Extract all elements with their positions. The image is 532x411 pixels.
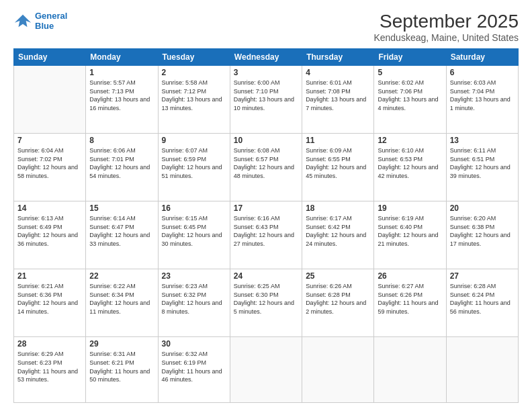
col-wednesday: Wednesday — [230, 49, 302, 66]
day-info: Sunrise: 6:28 AMSunset: 6:24 PMDaylight:… — [450, 283, 511, 315]
day-info: Sunrise: 6:13 AMSunset: 6:49 PMDaylight:… — [17, 215, 78, 247]
day-number: 27 — [450, 271, 515, 281]
title-area: September 2025 Kenduskeag, Maine, United… — [373, 11, 519, 43]
day-info: Sunrise: 6:06 AMSunset: 7:01 PMDaylight:… — [89, 147, 150, 179]
day-number: 1 — [89, 68, 154, 77]
day-info: Sunrise: 5:57 AMSunset: 7:13 PMDaylight:… — [89, 79, 150, 111]
table-row: 3 Sunrise: 6:00 AMSunset: 7:10 PMDayligh… — [230, 66, 302, 134]
day-info: Sunrise: 6:17 AMSunset: 6:42 PMDaylight:… — [306, 215, 366, 247]
table-row: 6 Sunrise: 6:03 AMSunset: 7:04 PMDayligh… — [446, 66, 518, 134]
table-row: 18 Sunrise: 6:17 AMSunset: 6:42 PMDaylig… — [302, 201, 374, 269]
table-row: 26 Sunrise: 6:27 AMSunset: 6:26 PMDaylig… — [374, 269, 446, 337]
day-info: Sunrise: 5:58 AMSunset: 7:12 PMDaylight:… — [162, 79, 222, 111]
day-number: 18 — [306, 203, 370, 213]
calendar-table: Sunday Monday Tuesday Wednesday Thursday… — [13, 48, 519, 403]
day-number: 10 — [234, 136, 298, 145]
day-number: 7 — [17, 136, 82, 145]
table-row: 22 Sunrise: 6:22 AMSunset: 6:34 PMDaylig… — [86, 269, 158, 337]
day-info: Sunrise: 6:01 AMSunset: 7:08 PMDaylight:… — [306, 79, 366, 111]
day-number: 13 — [450, 136, 515, 145]
table-row: 25 Sunrise: 6:26 AMSunset: 6:28 PMDaylig… — [302, 269, 374, 337]
day-number: 6 — [450, 68, 515, 77]
table-row: 5 Sunrise: 6:02 AMSunset: 7:06 PMDayligh… — [374, 66, 446, 134]
col-friday: Friday — [374, 49, 446, 66]
page-subtitle: Kenduskeag, Maine, United States — [373, 32, 519, 43]
day-info: Sunrise: 6:02 AMSunset: 7:06 PMDaylight:… — [378, 79, 438, 111]
table-row: 30 Sunrise: 6:32 AMSunset: 6:19 PMDaylig… — [158, 337, 230, 403]
table-row — [446, 337, 518, 403]
day-info: Sunrise: 6:11 AMSunset: 6:51 PMDaylight:… — [450, 147, 511, 179]
col-monday: Monday — [86, 49, 158, 66]
day-info: Sunrise: 6:16 AMSunset: 6:43 PMDaylight:… — [234, 215, 294, 247]
header: General Blue September 2025 Kenduskeag, … — [13, 11, 519, 43]
day-number: 26 — [378, 271, 442, 281]
table-row: 13 Sunrise: 6:11 AMSunset: 6:51 PMDaylig… — [446, 134, 518, 201]
table-row: 14 Sunrise: 6:13 AMSunset: 6:49 PMDaylig… — [14, 201, 86, 269]
day-number: 16 — [162, 203, 226, 213]
col-thursday: Thursday — [302, 49, 374, 66]
table-row — [14, 66, 86, 134]
day-number: 11 — [306, 136, 370, 145]
table-row: 29 Sunrise: 6:31 AMSunset: 6:21 PMDaylig… — [86, 337, 158, 403]
table-row: 17 Sunrise: 6:16 AMSunset: 6:43 PMDaylig… — [230, 201, 302, 269]
table-row: 24 Sunrise: 6:25 AMSunset: 6:30 PMDaylig… — [230, 269, 302, 337]
day-number: 15 — [89, 203, 154, 213]
day-info: Sunrise: 6:25 AMSunset: 6:30 PMDaylight:… — [234, 283, 294, 315]
table-row: 7 Sunrise: 6:04 AMSunset: 7:02 PMDayligh… — [14, 134, 86, 201]
table-row: 19 Sunrise: 6:19 AMSunset: 6:40 PMDaylig… — [374, 201, 446, 269]
day-number: 29 — [89, 339, 154, 349]
day-number: 9 — [162, 136, 226, 145]
page-title: September 2025 — [373, 11, 519, 32]
logo-text: General Blue — [35, 11, 67, 31]
table-row: 2 Sunrise: 5:58 AMSunset: 7:12 PMDayligh… — [158, 66, 230, 134]
day-number: 22 — [89, 271, 154, 281]
table-row: 11 Sunrise: 6:09 AMSunset: 6:55 PMDaylig… — [302, 134, 374, 201]
day-number: 19 — [378, 203, 442, 213]
day-info: Sunrise: 6:04 AMSunset: 7:02 PMDaylight:… — [17, 147, 78, 179]
day-number: 4 — [306, 68, 370, 77]
day-info: Sunrise: 6:08 AMSunset: 6:57 PMDaylight:… — [234, 147, 294, 179]
day-info: Sunrise: 6:19 AMSunset: 6:40 PMDaylight:… — [378, 215, 438, 247]
table-row: 10 Sunrise: 6:08 AMSunset: 6:57 PMDaylig… — [230, 134, 302, 201]
svg-marker-0 — [15, 15, 31, 28]
calendar-header-row: Sunday Monday Tuesday Wednesday Thursday… — [14, 49, 519, 66]
day-number: 12 — [378, 136, 442, 145]
day-number: 2 — [162, 68, 226, 77]
table-row: 21 Sunrise: 6:21 AMSunset: 6:36 PMDaylig… — [14, 269, 86, 337]
logo-icon — [13, 11, 32, 30]
day-info: Sunrise: 6:31 AMSunset: 6:21 PMDaylight:… — [89, 351, 150, 383]
table-row — [230, 337, 302, 403]
day-info: Sunrise: 6:23 AMSunset: 6:32 PMDaylight:… — [162, 283, 222, 315]
table-row: 20 Sunrise: 6:20 AMSunset: 6:38 PMDaylig… — [446, 201, 518, 269]
day-info: Sunrise: 6:09 AMSunset: 6:55 PMDaylight:… — [306, 147, 366, 179]
table-row: 9 Sunrise: 6:07 AMSunset: 6:59 PMDayligh… — [158, 134, 230, 201]
day-number: 24 — [234, 271, 298, 281]
col-tuesday: Tuesday — [158, 49, 230, 66]
day-info: Sunrise: 6:00 AMSunset: 7:10 PMDaylight:… — [234, 79, 294, 111]
day-info: Sunrise: 6:32 AMSunset: 6:19 PMDaylight:… — [162, 351, 222, 383]
table-row — [302, 337, 374, 403]
table-row: 23 Sunrise: 6:23 AMSunset: 6:32 PMDaylig… — [158, 269, 230, 337]
col-sunday: Sunday — [14, 49, 86, 66]
day-number: 8 — [89, 136, 154, 145]
table-row: 4 Sunrise: 6:01 AMSunset: 7:08 PMDayligh… — [302, 66, 374, 134]
day-info: Sunrise: 6:20 AMSunset: 6:38 PMDaylight:… — [450, 215, 511, 247]
table-row: 12 Sunrise: 6:10 AMSunset: 6:53 PMDaylig… — [374, 134, 446, 201]
table-row: 16 Sunrise: 6:15 AMSunset: 6:45 PMDaylig… — [158, 201, 230, 269]
day-info: Sunrise: 6:26 AMSunset: 6:28 PMDaylight:… — [306, 283, 366, 315]
day-info: Sunrise: 6:07 AMSunset: 6:59 PMDaylight:… — [162, 147, 222, 179]
day-info: Sunrise: 6:27 AMSunset: 6:26 PMDaylight:… — [378, 283, 438, 315]
day-number: 14 — [17, 203, 82, 213]
day-number: 28 — [17, 339, 82, 349]
day-number: 5 — [378, 68, 442, 77]
table-row: 8 Sunrise: 6:06 AMSunset: 7:01 PMDayligh… — [86, 134, 158, 201]
day-info: Sunrise: 6:15 AMSunset: 6:45 PMDaylight:… — [162, 215, 222, 247]
table-row — [374, 337, 446, 403]
col-saturday: Saturday — [446, 49, 518, 66]
day-number: 3 — [234, 68, 298, 77]
page: General Blue September 2025 Kenduskeag, … — [0, 0, 532, 411]
day-info: Sunrise: 6:14 AMSunset: 6:47 PMDaylight:… — [89, 215, 150, 247]
day-number: 30 — [162, 339, 226, 349]
day-number: 25 — [306, 271, 370, 281]
table-row: 1 Sunrise: 5:57 AMSunset: 7:13 PMDayligh… — [86, 66, 158, 134]
